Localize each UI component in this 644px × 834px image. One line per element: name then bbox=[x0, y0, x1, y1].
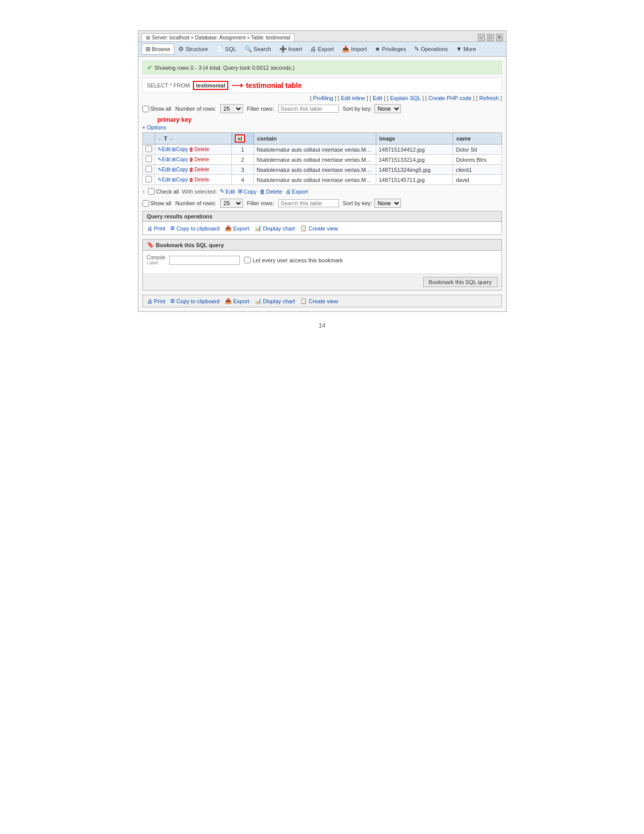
nav-export[interactable]: 🖨 Export bbox=[306, 43, 338, 55]
row-image: 1487151324img5.jpg bbox=[376, 165, 453, 175]
row-checkbox[interactable] bbox=[145, 146, 152, 152]
options-link[interactable]: + Options bbox=[142, 124, 166, 130]
show-all-checkbox[interactable] bbox=[142, 106, 149, 112]
nav-import-label: Import bbox=[351, 46, 367, 52]
bulk-delete-btn[interactable]: 🗑 Delete bbox=[260, 189, 282, 195]
sort-by-select-2[interactable]: None bbox=[374, 199, 401, 208]
bottom-copy-clipboard-btn[interactable]: ⊞ Copy to clipboard bbox=[170, 298, 220, 304]
row-checkbox-cell bbox=[142, 165, 155, 175]
display-chart-icon: 📊 bbox=[255, 225, 262, 231]
edit-row-btn[interactable]: ✎ Edit bbox=[158, 167, 171, 172]
copy-row-icon: ⊞ bbox=[172, 157, 176, 162]
row-checkbox[interactable] bbox=[145, 176, 152, 182]
nav-insert[interactable]: ➕ Insert bbox=[275, 43, 307, 55]
maximize-btn[interactable]: □ bbox=[487, 34, 494, 41]
nav-sql[interactable]: 📄 SQL bbox=[212, 43, 240, 55]
col-image-header[interactable]: image bbox=[376, 133, 453, 145]
edit-inline-link[interactable]: Edit inline bbox=[341, 95, 365, 101]
check-all-checkbox[interactable] bbox=[148, 188, 155, 195]
filter-rows-input[interactable] bbox=[278, 105, 339, 113]
bottom-create-view-btn[interactable]: 📋 Create view bbox=[300, 298, 338, 304]
delete-row-btn[interactable]: 🗑 Delete bbox=[189, 157, 209, 162]
edit-row-btn[interactable]: ✎ Edit bbox=[158, 147, 171, 152]
nav-privileges[interactable]: ★ Privileges bbox=[371, 43, 410, 55]
copy-row-btn[interactable]: ⊞ Copy bbox=[172, 147, 188, 152]
bottom-export-btn[interactable]: 📤 Export bbox=[225, 298, 250, 304]
explain-sql-link[interactable]: Explain SQL bbox=[390, 95, 421, 101]
display-chart-btn[interactable]: 📊 Display chart bbox=[255, 225, 295, 231]
nav-insert-label: Insert bbox=[288, 46, 303, 52]
let-every-user-checkbox[interactable] bbox=[244, 257, 251, 263]
show-all-label: Show all bbox=[142, 106, 172, 112]
browser-tab[interactable]: ⊞ Server: localhost » Database: Assignme… bbox=[141, 33, 295, 41]
row-name: david bbox=[453, 175, 502, 185]
bulk-export-btn[interactable]: 🖨 Export bbox=[285, 189, 308, 195]
bookmark-text-input[interactable] bbox=[169, 256, 240, 265]
row-checkbox-cell bbox=[142, 155, 155, 165]
create-view-icon: 📋 bbox=[300, 225, 307, 231]
row-checkbox[interactable] bbox=[145, 156, 152, 162]
close-btn[interactable]: ✕ bbox=[496, 34, 503, 41]
create-php-link[interactable]: Create PHP code bbox=[428, 95, 471, 101]
copy-row-btn[interactable]: ⊞ Copy bbox=[172, 167, 188, 172]
copy-clipboard-btn[interactable]: ⊞ Copy to clipboard bbox=[170, 225, 220, 231]
table-row: ✎ Edit ⊞ Copy 🗑 Delete 4 Nsatolernatur a… bbox=[142, 175, 502, 185]
delete-row-btn[interactable]: 🗑 Delete bbox=[189, 177, 209, 182]
bookmark-form-row: Console Label: Let every user access thi… bbox=[147, 255, 498, 265]
nav-left-arrow[interactable]: ← bbox=[158, 136, 163, 142]
filter-rows-label: Filter rows: bbox=[247, 106, 274, 112]
delete-row-btn[interactable]: 🗑 Delete bbox=[189, 167, 209, 172]
bottom-export-label: Export bbox=[233, 298, 250, 304]
edit-link[interactable]: Edit bbox=[373, 95, 382, 101]
copy-row-btn[interactable]: ⊞ Copy bbox=[172, 177, 188, 182]
show-all-checkbox-2[interactable] bbox=[142, 200, 149, 207]
nav-import[interactable]: 📥 Import bbox=[338, 43, 371, 55]
display-chart-label: Display chart bbox=[263, 225, 295, 231]
bulk-copy-btn[interactable]: ⊞ Copy bbox=[238, 188, 257, 195]
nav-more[interactable]: ▼ More bbox=[452, 43, 480, 55]
nav-right-arrow[interactable]: → bbox=[168, 136, 173, 142]
sort-icon: T bbox=[164, 135, 168, 142]
nav-search[interactable]: 🔍 Search bbox=[240, 43, 275, 55]
filter-rows-input-2[interactable] bbox=[278, 199, 339, 207]
num-rows-select[interactable]: 25 50 100 bbox=[220, 104, 243, 113]
top-nav: ⊞ Browse ⚙ Structure 📄 SQL 🔍 Search ➕ In… bbox=[138, 42, 506, 57]
nav-export-label: Export bbox=[318, 46, 334, 52]
nav-structure[interactable]: ⚙ Structure bbox=[174, 43, 212, 55]
col-name-header[interactable]: name bbox=[453, 133, 502, 145]
minimize-btn[interactable]: – bbox=[478, 34, 485, 41]
col-actions-header: ← T → bbox=[155, 133, 231, 145]
bulk-edit-btn[interactable]: ✎ Edit bbox=[220, 188, 235, 195]
col-id-header[interactable]: id bbox=[231, 133, 254, 145]
bulk-copy-label: Copy bbox=[243, 189, 257, 195]
sort-by-select[interactable]: None bbox=[374, 104, 401, 113]
bookmark-submit-btn[interactable]: Bookmark this SQL query bbox=[423, 277, 498, 287]
bottom-create-view-label: Create view bbox=[309, 298, 338, 304]
sort-by-container-2: Sort by key: None bbox=[343, 199, 401, 208]
profiling-link[interactable]: Profiling bbox=[313, 95, 333, 101]
bottom-display-chart-btn[interactable]: 📊 Display chart bbox=[255, 298, 295, 304]
nav-operations[interactable]: ✎ Operations bbox=[410, 43, 452, 55]
copy-row-btn[interactable]: ⊞ Copy bbox=[172, 157, 188, 162]
print-btn[interactable]: 🖨 Print bbox=[147, 225, 166, 231]
sort-by-label: Sort by key: bbox=[343, 106, 372, 112]
edit-row-btn[interactable]: ✎ Edit bbox=[158, 157, 171, 162]
operations-icon: ✎ bbox=[414, 45, 419, 53]
bookmark-section: 🔖 Bookmark this SQL query Console Label: bbox=[142, 239, 502, 291]
refresh-link[interactable]: Refresh bbox=[479, 95, 499, 101]
browse-icon: ⊞ bbox=[145, 45, 151, 53]
console-text: Console bbox=[147, 255, 166, 260]
export-btn[interactable]: 📤 Export bbox=[225, 225, 250, 231]
col-contain-header[interactable]: contain bbox=[254, 133, 376, 145]
row-id: 3 bbox=[231, 165, 254, 175]
bottom-print-btn[interactable]: 🖨 Print bbox=[147, 298, 166, 304]
delete-row-btn[interactable]: 🗑 Delete bbox=[189, 147, 209, 152]
row-id: 1 bbox=[231, 145, 254, 155]
num-rows-select-2[interactable]: 25 50 100 bbox=[220, 199, 243, 208]
row-checkbox[interactable] bbox=[145, 166, 152, 172]
nav-browse[interactable]: ⊞ Browse bbox=[141, 43, 175, 55]
table-controls-bottom: Show all Number of rows: 25 50 100 Filte… bbox=[142, 199, 502, 208]
edit-row-btn[interactable]: ✎ Edit bbox=[158, 177, 171, 182]
create-view-btn[interactable]: 📋 Create view bbox=[300, 225, 338, 231]
sort-by-container: Sort by key: None bbox=[343, 104, 401, 113]
